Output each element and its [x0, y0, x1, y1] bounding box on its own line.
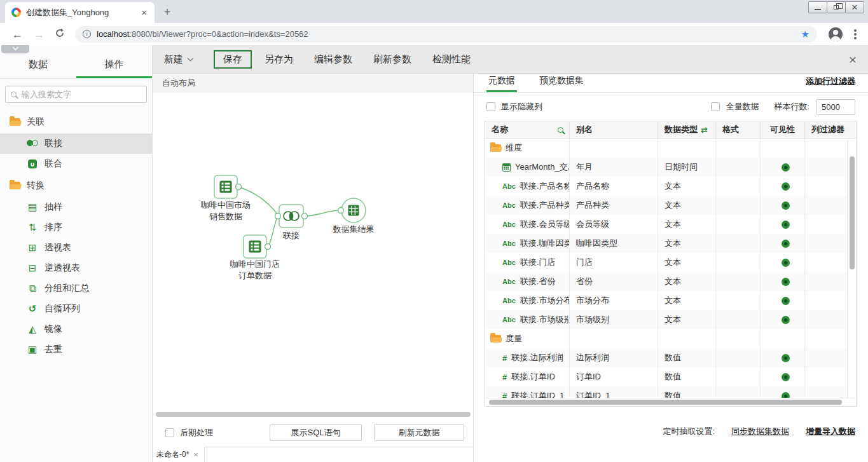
visibility-eye-icon[interactable]	[782, 278, 790, 286]
field-alias[interactable]: 边际利润	[570, 348, 658, 367]
window-close-button[interactable]: ✕	[845, 1, 864, 13]
field-alias[interactable]	[570, 139, 658, 158]
field-datatype[interactable]: 文本	[658, 196, 716, 215]
table-vertical-scrollbar[interactable]	[848, 139, 856, 398]
field-column-filter[interactable]	[805, 196, 848, 215]
tree-item[interactable]: 转换	[0, 174, 152, 197]
refresh-params-button[interactable]: 刷新参数	[373, 53, 411, 65]
new-button[interactable]: 新建	[164, 53, 193, 65]
field-alias[interactable]: 订单ID	[570, 367, 658, 386]
field-datatype[interactable]: 数值	[658, 348, 716, 367]
table-row[interactable]: 联接.产品名称 产品名称 文本	[485, 177, 848, 196]
tab-preview-dataset[interactable]: 预览数据集	[537, 75, 586, 92]
forward-icon[interactable]: →	[33, 29, 45, 40]
field-column-filter[interactable]	[805, 139, 848, 158]
visibility-eye-icon[interactable]	[782, 182, 790, 191]
field-format[interactable]	[716, 234, 761, 253]
field-datatype[interactable]: 文本	[658, 310, 716, 329]
close-icon[interactable]: ×	[849, 53, 857, 66]
visibility-eye-icon[interactable]	[782, 297, 790, 305]
visibility-eye-icon[interactable]	[782, 354, 790, 362]
field-column-filter[interactable]	[805, 272, 848, 291]
visibility-eye-icon[interactable]	[782, 240, 790, 248]
field-alias[interactable]: 市场分布	[570, 291, 658, 310]
document-tab[interactable]: 未命名-0* ×	[153, 447, 205, 462]
field-alias[interactable]	[570, 329, 658, 348]
table-row[interactable]: 度量	[485, 329, 848, 348]
table-row[interactable]: 联接.市场级别 市场级别 文本	[485, 310, 848, 329]
sidebar-collapse-button[interactable]	[1, 45, 29, 53]
field-alias[interactable]: 省份	[570, 272, 658, 291]
tree-item[interactable]: 分组和汇总	[0, 278, 152, 299]
field-alias[interactable]: 市场级别	[570, 310, 658, 329]
visibility-eye-icon[interactable]	[782, 392, 790, 398]
field-datatype[interactable]: 文本	[658, 177, 716, 196]
address-bar[interactable]: i localhost:8080/bi/Viewer?proc=0&action…	[75, 26, 817, 43]
visibility-eye-icon[interactable]	[782, 259, 790, 267]
field-column-filter[interactable]	[805, 348, 848, 367]
field-datatype[interactable]	[658, 139, 716, 158]
sidebar-search[interactable]	[5, 86, 147, 103]
convert-type-icon[interactable]: ⇄	[701, 125, 708, 135]
save-as-button[interactable]: 另存为	[265, 53, 293, 65]
tab-close-icon[interactable]: ×	[139, 6, 149, 18]
visibility-eye-icon[interactable]	[782, 163, 790, 172]
table-row[interactable]: 维度	[485, 139, 848, 158]
field-alias[interactable]: 年月	[570, 158, 658, 177]
field-alias[interactable]: 订单ID_1	[570, 386, 658, 398]
field-alias[interactable]: 门店	[570, 253, 658, 272]
tree-item[interactable]: 关联	[0, 111, 152, 133]
sample-rows-input[interactable]	[816, 99, 855, 115]
field-format[interactable]	[716, 329, 761, 348]
field-datatype[interactable]	[658, 329, 716, 348]
tree-item[interactable]: 排序	[0, 217, 152, 238]
table-row[interactable]: 联接.咖啡因类型 咖啡因类型 文本	[485, 234, 848, 253]
field-format[interactable]	[716, 291, 761, 310]
tree-item[interactable]: 抽样	[0, 197, 152, 217]
search-input[interactable]	[22, 90, 136, 99]
field-format[interactable]	[716, 177, 761, 196]
field-column-filter[interactable]	[805, 177, 848, 196]
post-process-checkbox[interactable]	[165, 428, 174, 437]
field-datatype[interactable]: 文本	[658, 234, 716, 253]
dataset-flow-canvas[interactable]: 咖啡中国市场销售数据 联接 咖啡中国门店订单数据 数据集结果	[153, 93, 473, 411]
table-row[interactable]: 联接.边际利润 边际利润 数值	[485, 348, 848, 367]
field-column-filter[interactable]	[805, 253, 848, 272]
bookmark-star-icon[interactable]: ★	[801, 29, 809, 40]
visibility-eye-icon[interactable]	[782, 316, 790, 324]
tree-item[interactable]: 联接	[0, 133, 152, 154]
sync-dataset-link[interactable]: 同步数据集数据	[731, 426, 789, 437]
canvas-horizontal-scrollbar[interactable]	[153, 411, 473, 418]
browser-tab[interactable]: 创建数据集_Yonghong ×	[5, 2, 155, 23]
field-datatype[interactable]: 文本	[658, 215, 716, 234]
field-format[interactable]	[716, 310, 761, 329]
table-row[interactable]: YearMonth_交易日 年月 日期时间	[485, 158, 848, 177]
tree-item[interactable]: 镜像	[0, 319, 152, 339]
field-format[interactable]	[716, 348, 761, 367]
field-datatype[interactable]: 日期时间	[658, 158, 716, 177]
column-search-icon[interactable]	[558, 127, 563, 133]
info-icon[interactable]: i	[83, 30, 91, 38]
field-alias[interactable]: 产品名称	[570, 177, 658, 196]
add-row-filter-link[interactable]: 添加行过滤器	[806, 76, 855, 92]
field-column-filter[interactable]	[805, 215, 848, 234]
field-format[interactable]	[716, 158, 761, 177]
field-format[interactable]	[716, 253, 761, 272]
field-datatype[interactable]: 文本	[658, 253, 716, 272]
visibility-eye-icon[interactable]	[782, 221, 790, 229]
field-format[interactable]	[716, 272, 761, 291]
check-performance-button[interactable]: 检测性能	[432, 53, 471, 65]
new-tab-button[interactable]: +	[158, 3, 176, 21]
field-format[interactable]	[716, 367, 761, 386]
save-button[interactable]: 保存	[214, 50, 252, 69]
table-horizontal-scrollbar[interactable]	[485, 398, 856, 406]
field-column-filter[interactable]	[805, 158, 848, 177]
field-column-filter[interactable]	[805, 367, 848, 386]
field-datatype[interactable]: 文本	[658, 272, 716, 291]
kebab-menu-icon[interactable]	[854, 33, 857, 36]
full-data-checkbox[interactable]	[711, 102, 720, 111]
table-row[interactable]: 联接.产品种类 产品种类 文本	[485, 196, 848, 215]
auto-layout-button[interactable]: 自动布局	[153, 74, 473, 93]
field-column-filter[interactable]	[805, 386, 848, 398]
show-hidden-columns-checkbox[interactable]	[486, 102, 495, 111]
